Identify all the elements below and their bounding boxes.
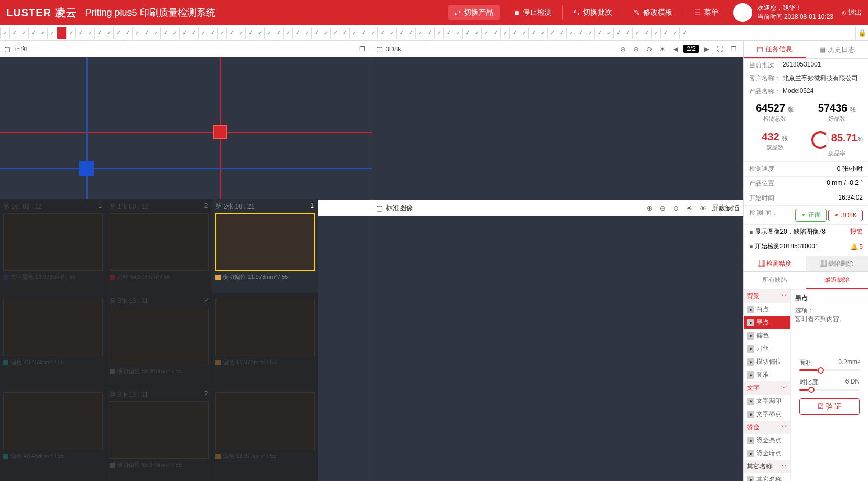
status-tick[interactable]: ✓	[179, 27, 189, 39]
status-tick[interactable]: ✓	[170, 27, 180, 39]
status-tick[interactable]: ✓	[509, 27, 519, 39]
status-tick[interactable]: ✓	[151, 27, 161, 39]
status-tick[interactable]: ✓	[217, 27, 227, 39]
status-tick[interactable]: ✓	[557, 27, 567, 39]
status-tick[interactable]: ✓	[415, 27, 425, 39]
status-tick[interactable]: ✓	[330, 27, 340, 39]
avatar[interactable]	[733, 3, 752, 22]
defect-group[interactable]: 文字﹀	[744, 381, 790, 395]
brightness-icon[interactable]: ☀	[684, 203, 695, 213]
status-tick[interactable]: ✓	[0, 27, 10, 39]
status-tick[interactable]: ✓	[443, 27, 453, 39]
fullscreen-icon[interactable]: ⛶	[714, 44, 725, 54]
status-tick[interactable]: ✓	[123, 27, 133, 39]
status-tick[interactable]	[57, 27, 67, 39]
status-tick[interactable]: ✓	[340, 27, 350, 39]
status-tick[interactable]: ✓	[481, 27, 491, 39]
modify-template-button[interactable]: ✎修改模板	[627, 5, 679, 20]
status-tick[interactable]: ✓	[132, 27, 142, 39]
status-tick[interactable]: ✓	[406, 27, 416, 39]
status-tick[interactable]: ✓	[292, 27, 302, 39]
zoom-out-icon[interactable]: ⊖	[631, 44, 641, 54]
defect-item[interactable]: ●烫金暗点	[744, 447, 790, 460]
status-tick[interactable]: ✓	[453, 27, 463, 39]
marker-red[interactable]	[213, 125, 227, 139]
status-tick[interactable]: ✓	[651, 27, 661, 39]
brightness-icon[interactable]: ☀	[657, 44, 668, 54]
status-tick[interactable]: ✓	[623, 27, 633, 39]
status-tick[interactable]: ✓	[425, 27, 435, 39]
status-tick[interactable]: ✓	[38, 27, 48, 39]
mask-defect-label[interactable]: 屏蔽缺陷	[712, 203, 739, 213]
status-tick[interactable]: ✓	[387, 27, 397, 39]
status-tick[interactable]: ✓	[547, 27, 557, 39]
tab-history-log[interactable]: ▤历史日志	[806, 41, 869, 58]
stop-detect-button[interactable]: ■停止检测	[508, 5, 558, 20]
defect-item[interactable]: ●烫金亮点	[744, 434, 790, 447]
status-tick[interactable]: ✓	[47, 27, 57, 39]
status-tick[interactable]: ✓	[255, 27, 265, 39]
defect-thumb[interactable]: 偏色 16.973mm² / 55	[212, 293, 318, 387]
status-tick[interactable]: ✓	[396, 27, 406, 39]
view3d-canvas[interactable]	[372, 57, 744, 200]
defect-group[interactable]: 烫金﹀	[744, 421, 790, 434]
face-3d-button[interactable]: ⚭ 3D8K	[828, 210, 863, 221]
standard-canvas[interactable]	[372, 216, 744, 481]
status-tick[interactable]: ✓	[566, 27, 576, 39]
area-slider[interactable]	[799, 369, 860, 371]
defect-item[interactable]: ●文字墨点	[744, 408, 790, 421]
status-tick[interactable]: ✓	[462, 27, 472, 39]
defect-item[interactable]: ●白点	[744, 303, 790, 316]
status-tick[interactable]: ✓	[283, 27, 293, 39]
status-tick[interactable]: ✓	[585, 27, 595, 39]
defect-item[interactable]: ●模切偏位	[744, 355, 790, 368]
tab-task-info[interactable]: ▤任务信息	[744, 41, 806, 58]
defect-item[interactable]: ●文字漏印	[744, 395, 790, 408]
status-tick[interactable]: ✓	[264, 27, 274, 39]
status-tick[interactable]: ✓	[85, 27, 95, 39]
menu-button[interactable]: ☰菜单	[688, 5, 725, 20]
status-tick[interactable]: ✓	[198, 27, 208, 39]
subtab-recent-defects[interactable]: 最近缺陷	[806, 272, 869, 289]
status-tick[interactable]: ✓	[491, 27, 501, 39]
defect-thumb[interactable]: 第 3张 13 : 312横切偏位 53.973mm² / 55	[106, 387, 212, 481]
status-tick[interactable]: ✓	[236, 27, 246, 39]
status-tick[interactable]: ✓	[576, 27, 585, 39]
status-tick[interactable]: ✓	[113, 27, 123, 39]
defect-item[interactable]: ●墨点	[744, 316, 790, 329]
status-tick[interactable]: ✓	[434, 27, 444, 39]
status-tick[interactable]: ✓	[142, 27, 151, 39]
prev-icon[interactable]: ◀	[671, 44, 680, 54]
status-tick[interactable]: ✓	[94, 27, 104, 39]
status-tick[interactable]: ✓	[613, 27, 623, 39]
status-tick[interactable]: ✓	[632, 27, 642, 39]
status-tick[interactable]: ✓	[377, 27, 387, 39]
zoom-in-icon[interactable]: ⊕	[645, 203, 655, 213]
copy-icon[interactable]: ❐	[357, 44, 367, 54]
eye-icon[interactable]: 👁	[698, 203, 709, 213]
status-tick[interactable]: ✓	[538, 27, 548, 39]
status-tick[interactable]: ✓	[642, 27, 652, 39]
zoom-in-icon[interactable]: ⊕	[618, 44, 628, 54]
status-tick[interactable]: ✓	[594, 27, 604, 39]
defect-group[interactable]: 背景﹀	[744, 290, 790, 303]
contrast-slider[interactable]	[799, 389, 860, 391]
status-tick[interactable]: ✓	[660, 27, 670, 39]
status-tick[interactable]: ✓	[321, 27, 331, 39]
status-tick[interactable]: ✓	[302, 27, 312, 39]
copy-icon[interactable]: ❐	[729, 44, 739, 54]
status-tick[interactable]: ✓	[274, 27, 284, 39]
zoom-reset-icon[interactable]: ⊙	[644, 44, 654, 54]
status-tick[interactable]: ✓	[349, 27, 359, 39]
status-tick[interactable]: ✓	[160, 27, 170, 39]
status-tick[interactable]: ✓	[208, 27, 218, 39]
defect-thumb[interactable]: 偏色 16.973mm² / 55	[212, 387, 318, 481]
verify-button[interactable]: ☑ 验 证	[799, 398, 860, 415]
next-icon[interactable]: ▶	[702, 44, 711, 54]
status-tick[interactable]: ✓	[368, 27, 378, 39]
status-tick[interactable]: ✓	[311, 27, 321, 39]
zoom-out-icon[interactable]: ⊖	[658, 203, 668, 213]
defect-item[interactable]: ●其它名称	[744, 473, 790, 481]
switch-product-button[interactable]: ⇄切换产品	[448, 5, 500, 20]
defect-item[interactable]: ●偏色	[744, 329, 790, 342]
